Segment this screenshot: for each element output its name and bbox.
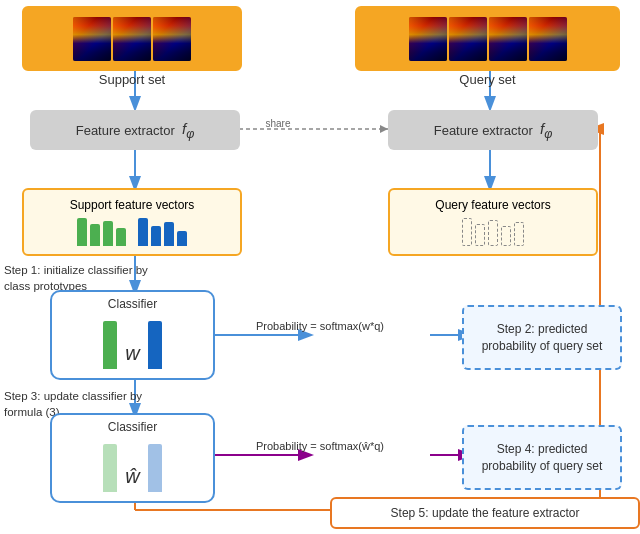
step2-label: Step 2: predicted probability of query s… (470, 321, 614, 355)
query-feature-vectors-box: Query feature vectors (388, 188, 598, 256)
support-set-box (22, 6, 242, 71)
feat-ext-left-label: Feature extractor (76, 123, 175, 138)
query-feat-label: Query feature vectors (390, 198, 596, 212)
classifier-bot-label: Classifier (108, 420, 157, 434)
main-diagram: Support set Query set Feature extractor … (0, 0, 640, 534)
query-set-box (355, 6, 620, 71)
share-label: share (248, 118, 308, 129)
support-feature-vectors-box: Support feature vectors (22, 188, 242, 256)
prob-label-bot: Probability = softmax(ŵ*q) (210, 440, 430, 452)
prob-label-top: Probability = softmax(w*q) (210, 320, 430, 332)
support-feat-label: Support feature vectors (24, 198, 240, 212)
classifier-top-label: Classifier (108, 297, 157, 311)
step2-box: Step 2: predicted probability of query s… (462, 305, 622, 370)
classifier-top-box: Classifier w (50, 290, 215, 380)
feat-ext-right-label: Feature extractor (434, 123, 533, 138)
svg-marker-4 (380, 125, 388, 133)
step5-box: Step 5: update the feature extractor (330, 497, 640, 529)
feature-extractor-right: Feature extractor fφ (388, 110, 598, 150)
classifier-bot-w: ŵ (125, 465, 139, 488)
classifier-top-w: w (125, 342, 139, 365)
step4-label: Step 4: predicted probability of query s… (470, 441, 614, 475)
query-set-label: Query set (355, 72, 620, 87)
feature-extractor-left: Feature extractor fφ (30, 110, 240, 150)
support-set-label: Support set (22, 72, 242, 87)
feat-ext-right-func: fφ (540, 120, 552, 141)
step5-label: Step 5: update the feature extractor (391, 506, 580, 520)
feat-ext-left-func: fφ (182, 120, 194, 141)
step4-box: Step 4: predicted probability of query s… (462, 425, 622, 490)
classifier-bot-box: Classifier ŵ (50, 413, 215, 503)
